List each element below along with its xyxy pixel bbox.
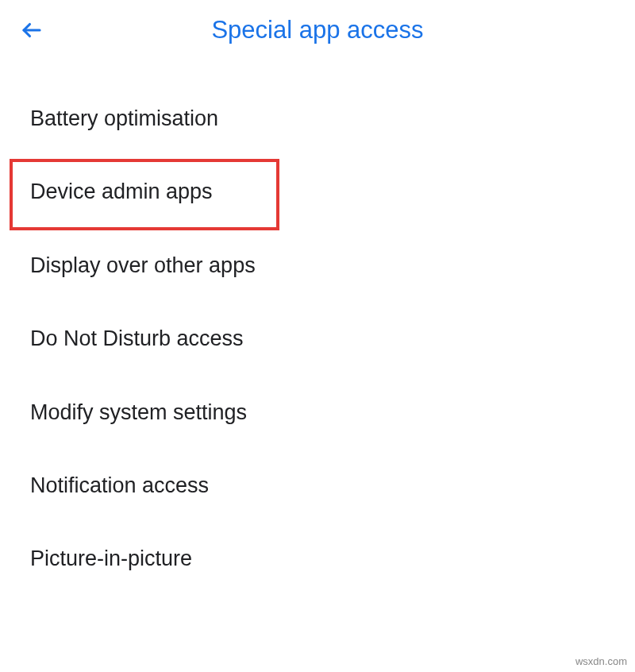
list-item-do-not-disturb-access[interactable]: Do Not Disturb access [0, 302, 635, 375]
back-button[interactable] [16, 14, 48, 46]
list-item-battery-optimisation[interactable]: Battery optimisation [0, 82, 635, 155]
header: Special app access [0, 0, 635, 60]
list-item-notification-access[interactable]: Notification access [0, 449, 635, 522]
page-title: Special app access [211, 16, 423, 44]
list-item-display-over-other-apps[interactable]: Display over other apps [0, 229, 635, 302]
list-item-picture-in-picture[interactable]: Picture-in-picture [0, 522, 635, 595]
list-item-label: Battery optimisation [30, 106, 218, 130]
list-item-label: Device admin apps [30, 180, 213, 203]
list-item-label: Picture-in-picture [30, 546, 192, 570]
watermark: wsxdn.com [575, 655, 627, 667]
list-item-label: Display over other apps [30, 253, 256, 277]
list-item-device-admin-apps[interactable]: Device admin apps [0, 155, 635, 228]
list-item-label: Do Not Disturb access [30, 326, 244, 350]
list-item-modify-system-settings[interactable]: Modify system settings [0, 376, 635, 449]
arrow-left-icon [20, 18, 44, 42]
list-item-label: Notification access [30, 473, 209, 497]
list-item-label: Modify system settings [30, 400, 247, 424]
settings-list: Battery optimisation Device admin apps D… [0, 60, 635, 596]
